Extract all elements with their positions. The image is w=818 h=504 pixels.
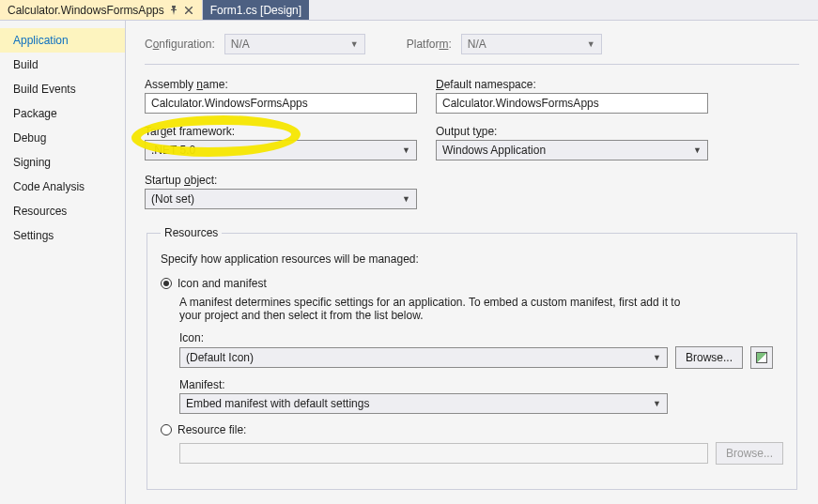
chevron-down-icon: ▼ bbox=[653, 399, 661, 408]
chevron-down-icon: ▼ bbox=[653, 353, 661, 362]
chevron-down-icon: ▼ bbox=[350, 39, 359, 49]
sidebar-item-signing[interactable]: Signing bbox=[0, 150, 125, 175]
sidebar-item-resources[interactable]: Resources bbox=[0, 199, 125, 223]
manifest-label: Manifest: bbox=[179, 378, 783, 391]
default-namespace-input[interactable]: Calculator.WindowsFormsApps bbox=[436, 93, 708, 114]
tab-label: Calculator.WindowsFormsApps bbox=[8, 4, 164, 17]
main-panel: Configuration: N/A ▼ Platform: N/A ▼ Ass… bbox=[126, 21, 818, 504]
platform-label: Platform: bbox=[407, 38, 452, 51]
output-type-label: Output type: bbox=[436, 125, 708, 138]
manifest-dropdown[interactable]: Embed manifest with default settings ▼ bbox=[179, 393, 668, 414]
tab-form-designer[interactable]: Form1.cs [Design] bbox=[203, 0, 309, 20]
radio-icon bbox=[161, 278, 172, 289]
chevron-down-icon: ▼ bbox=[587, 39, 595, 49]
close-icon[interactable] bbox=[183, 5, 194, 16]
sidebar-item-debug[interactable]: Debug bbox=[0, 126, 125, 150]
default-namespace-label: Default namespace: bbox=[436, 78, 708, 91]
configuration-combo[interactable]: N/A ▼ bbox=[224, 34, 365, 54]
icon-dropdown[interactable]: (Default Icon) ▼ bbox=[179, 347, 668, 368]
sidebar-item-code-analysis[interactable]: Code Analysis bbox=[0, 175, 125, 199]
resources-legend: Resources bbox=[161, 226, 222, 239]
radio-icon bbox=[161, 424, 172, 435]
sidebar-item-application[interactable]: Application bbox=[0, 28, 125, 53]
assembly-name-input[interactable]: Calculator.WindowsFormsApps bbox=[145, 93, 417, 114]
chevron-down-icon: ▼ bbox=[402, 194, 410, 204]
sidebar-item-build[interactable]: Build bbox=[0, 53, 125, 77]
sidebar-item-settings[interactable]: Settings bbox=[0, 223, 125, 248]
startup-object-dropdown[interactable]: (Not set) ▼ bbox=[145, 189, 417, 209]
configuration-label: Configuration: bbox=[145, 38, 215, 51]
startup-object-label: Startup object: bbox=[145, 174, 417, 187]
swatch-icon bbox=[756, 352, 767, 363]
assembly-name-label: Assembly name: bbox=[145, 78, 417, 91]
target-framework-label: Target framework: bbox=[145, 125, 417, 138]
resources-group: Resources Specify how application resour… bbox=[147, 226, 797, 490]
manifest-description: A manifest determines specific settings … bbox=[179, 296, 705, 322]
output-type-dropdown[interactable]: Windows Application ▼ bbox=[436, 140, 708, 160]
radio-resource-file[interactable]: Resource file: bbox=[161, 423, 783, 436]
browse-resource-button: Browse... bbox=[716, 442, 783, 465]
icon-preview-button[interactable] bbox=[750, 346, 773, 369]
sidebar-item-package[interactable]: Package bbox=[0, 101, 125, 126]
platform-combo[interactable]: N/A ▼ bbox=[461, 34, 602, 54]
target-framework-dropdown[interactable]: .NET 5.0 ▼ bbox=[145, 140, 417, 160]
tab-label: Form1.cs [Design] bbox=[210, 4, 301, 17]
tab-project-properties[interactable]: Calculator.WindowsFormsApps bbox=[0, 0, 203, 20]
icon-label: Icon: bbox=[179, 331, 783, 344]
chevron-down-icon: ▼ bbox=[693, 145, 702, 155]
pin-icon[interactable] bbox=[168, 5, 179, 16]
document-tabbar: Calculator.WindowsFormsApps Form1.cs [De… bbox=[0, 0, 818, 21]
browse-icon-button[interactable]: Browse... bbox=[675, 346, 743, 369]
resources-description: Specify how application resources will b… bbox=[161, 252, 783, 266]
resource-file-input bbox=[179, 443, 708, 464]
properties-sidebar: Application Build Build Events Package D… bbox=[0, 21, 126, 504]
radio-icon-and-manifest[interactable]: Icon and manifest bbox=[161, 277, 783, 290]
chevron-down-icon: ▼ bbox=[402, 145, 410, 155]
sidebar-item-build-events[interactable]: Build Events bbox=[0, 77, 125, 101]
divider bbox=[145, 64, 799, 65]
